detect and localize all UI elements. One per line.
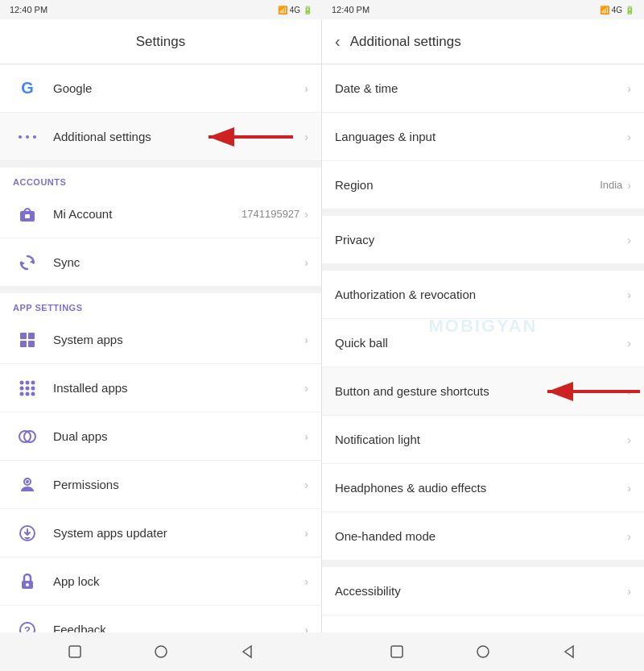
auth-revocation-chevron: › [627, 288, 631, 301]
settings-item-button-gesture[interactable]: Button and gesture shortcuts › [322, 367, 644, 416]
privacy-chevron: › [627, 234, 631, 246]
left-nav-circle[interactable] [152, 643, 170, 661]
svg-marker-8 [21, 261, 25, 266]
right-nav-square[interactable] [388, 643, 406, 661]
mi-account-value: 1741195927 [242, 208, 299, 220]
svg-point-34 [155, 646, 167, 657]
right-divider-3 [322, 561, 644, 567]
settings-item-headphones-audio[interactable]: Headphones & audio effects › [322, 464, 644, 512]
settings-item-additional-settings[interactable]: Additional settings › [0, 113, 321, 161]
svg-marker-35 [243, 646, 251, 657]
feedback-icon: ? [13, 615, 42, 633]
settings-item-printing[interactable]: Printing › [322, 615, 644, 632]
settings-item-permissions[interactable]: Permissions › [0, 461, 321, 509]
settings-item-installed-apps[interactable]: Installed apps › [0, 364, 321, 412]
button-gesture-chevron: › [627, 385, 631, 398]
back-icon[interactable]: ‹ [335, 32, 341, 51]
left-nav-square[interactable] [66, 643, 84, 661]
accessibility-chevron: › [627, 585, 631, 598]
languages-input-chevron: › [627, 130, 631, 143]
svg-point-16 [20, 386, 24, 390]
right-panel-title: Additional settings [350, 34, 461, 50]
one-handed-mode-label: One-handed mode [335, 529, 627, 543]
settings-item-auth-revocation[interactable]: Authorization & revocation › [322, 271, 644, 319]
left-nav-back[interactable] [238, 643, 256, 661]
settings-item-system-apps-updater[interactable]: System apps updater › [0, 509, 321, 557]
svg-point-37 [477, 646, 489, 657]
headphones-audio-chevron: › [627, 482, 631, 495]
app-lock-icon [13, 567, 42, 596]
one-handed-mode-chevron: › [627, 530, 631, 543]
feedback-label: Feedback [53, 623, 304, 632]
svg-marker-7 [30, 259, 34, 264]
accessibility-label: Accessibility [335, 584, 627, 598]
svg-rect-33 [69, 646, 80, 657]
system-apps-label: System apps [53, 333, 304, 346]
right-divider-1 [322, 209, 644, 216]
settings-item-notification-light[interactable]: Notification light › [322, 416, 644, 464]
settings-item-one-handed-mode[interactable]: One-handed mode › [322, 512, 644, 561]
settings-item-date-time[interactable]: Date & time › [322, 64, 644, 113]
settings-item-privacy[interactable]: Privacy › [322, 216, 644, 264]
svg-point-1 [26, 135, 29, 139]
left-panel: Settings G Google › Ad [0, 19, 322, 632]
right-divider-2 [322, 264, 644, 271]
settings-item-quick-ball[interactable]: Quick ball › [322, 319, 644, 367]
right-signal-icon: 📶 [600, 6, 609, 14]
settings-item-app-lock[interactable]: App lock › [0, 557, 321, 606]
right-status-bar: 12:40 PM 📶 4G 🔋 [322, 0, 644, 19]
region-value: India [600, 179, 622, 191]
headphones-audio-label: Headphones & audio effects [335, 481, 627, 495]
privacy-label: Privacy [335, 233, 627, 246]
settings-item-feedback[interactable]: ? Feedback › [0, 606, 321, 632]
sync-label: Sync [53, 255, 304, 269]
settings-item-mi-account[interactable]: Mi Account 1741195927 › [0, 190, 321, 238]
app-settings-header: APP SETTINGS [0, 293, 321, 316]
svg-point-25 [26, 480, 29, 483]
left-signal-icon: 📶 [278, 6, 287, 14]
mi-account-chevron: › [304, 208, 308, 221]
system-apps-updater-icon [13, 519, 42, 548]
svg-rect-11 [20, 341, 27, 347]
nav-bar [0, 632, 644, 671]
svg-rect-6 [25, 214, 30, 218]
left-panel-title: Settings [136, 34, 185, 50]
svg-point-17 [26, 386, 30, 390]
dual-apps-icon [13, 422, 42, 451]
svg-point-28 [26, 583, 29, 586]
right-nav-circle[interactable] [474, 643, 492, 661]
right-battery-icon: 🔋 [625, 6, 634, 14]
right-nav-back[interactable] [560, 643, 578, 661]
sync-icon [13, 248, 42, 277]
svg-point-13 [20, 380, 24, 384]
dual-apps-label: Dual apps [53, 429, 304, 443]
installed-apps-icon [13, 374, 42, 403]
svg-marker-38 [565, 646, 573, 657]
svg-point-2 [33, 135, 36, 139]
right-signal-label: 4G [612, 6, 622, 14]
dual-apps-chevron: › [304, 430, 308, 443]
quick-ball-chevron: › [627, 337, 631, 350]
permissions-chevron: › [304, 478, 308, 491]
settings-item-google[interactable]: G Google › [0, 64, 321, 113]
settings-item-region[interactable]: Region India › [322, 161, 644, 209]
divider-app-settings [0, 287, 321, 293]
settings-item-dual-apps[interactable]: Dual apps › [0, 412, 321, 461]
system-apps-updater-label: System apps updater [53, 526, 304, 540]
system-apps-icon [13, 325, 42, 354]
settings-item-sync[interactable]: Sync › [0, 238, 321, 287]
svg-rect-36 [391, 646, 402, 657]
settings-item-system-apps[interactable]: System apps › [0, 316, 321, 364]
settings-item-accessibility[interactable]: Accessibility › [322, 567, 644, 615]
svg-point-14 [26, 380, 30, 384]
right-time: 12:40 PM [332, 5, 369, 14]
additional-settings-icon [13, 122, 42, 151]
region-label: Region [335, 178, 600, 192]
left-status-icons: 📶 4G 🔋 [278, 6, 312, 14]
button-gesture-label: Button and gesture shortcuts [335, 384, 627, 398]
left-status-bar: 12:40 PM 📶 4G 🔋 [0, 0, 322, 19]
settings-item-languages-input[interactable]: Languages & input › [322, 113, 644, 161]
svg-rect-10 [28, 333, 35, 339]
right-status-icons: 📶 4G 🔋 [600, 6, 634, 14]
permissions-icon [13, 470, 42, 499]
